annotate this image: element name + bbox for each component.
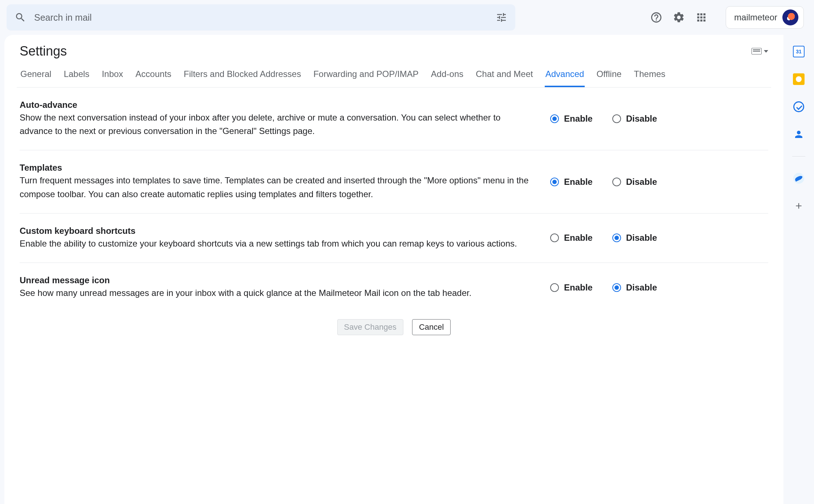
page-title: Settings bbox=[20, 44, 67, 59]
enable-radio[interactable]: Enable bbox=[550, 233, 593, 243]
add-addon-icon[interactable] bbox=[793, 200, 805, 212]
tab-offline[interactable]: Offline bbox=[596, 65, 622, 87]
enable-radio[interactable]: Enable bbox=[550, 283, 593, 293]
radio-label: Enable bbox=[564, 233, 593, 243]
tab-accounts[interactable]: Accounts bbox=[135, 65, 172, 87]
setting-row: TemplatesTurn frequent messages into tem… bbox=[20, 150, 768, 213]
setting-row: Unread message iconSee how many unread m… bbox=[20, 263, 768, 312]
radio-icon bbox=[550, 283, 559, 292]
setting-title: Templates bbox=[20, 163, 536, 173]
settings-panel: Settings GeneralLabelsInboxAccountsFilte… bbox=[4, 35, 783, 504]
radio-icon bbox=[612, 178, 621, 186]
disable-radio[interactable]: Disable bbox=[612, 233, 657, 243]
help-icon[interactable] bbox=[650, 11, 662, 24]
radio-label: Disable bbox=[626, 177, 657, 187]
disable-radio[interactable]: Disable bbox=[612, 114, 657, 124]
side-panel bbox=[783, 35, 814, 504]
setting-title: Auto-advance bbox=[20, 100, 536, 110]
chevron-down-icon bbox=[764, 50, 768, 53]
apps-icon[interactable] bbox=[695, 11, 708, 24]
tab-forwarding-and-pop-imap[interactable]: Forwarding and POP/IMAP bbox=[313, 65, 419, 87]
tab-themes[interactable]: Themes bbox=[633, 65, 666, 87]
tab-chat-and-meet[interactable]: Chat and Meet bbox=[475, 65, 533, 87]
radio-label: Enable bbox=[564, 177, 593, 187]
cancel-button[interactable]: Cancel bbox=[412, 319, 451, 335]
tab-advanced[interactable]: Advanced bbox=[545, 65, 585, 87]
radio-icon bbox=[612, 114, 621, 123]
tab-add-ons[interactable]: Add-ons bbox=[430, 65, 464, 87]
search-input[interactable] bbox=[33, 12, 488, 23]
svg-point-1 bbox=[787, 17, 789, 19]
radio-label: Disable bbox=[626, 283, 657, 293]
settings-tabs: GeneralLabelsInboxAccountsFilters and Bl… bbox=[17, 61, 771, 88]
setting-description: See how many unread messages are in your… bbox=[20, 286, 536, 300]
radio-icon bbox=[612, 233, 621, 242]
search-bar[interactable] bbox=[7, 4, 515, 31]
enable-radio[interactable]: Enable bbox=[550, 114, 593, 124]
tab-labels[interactable]: Labels bbox=[63, 65, 90, 87]
tab-inbox[interactable]: Inbox bbox=[101, 65, 124, 87]
setting-description: Enable the ability to customize your key… bbox=[20, 237, 536, 250]
radio-label: Enable bbox=[564, 114, 593, 124]
keyboard-icon bbox=[751, 48, 762, 54]
keep-icon[interactable] bbox=[793, 73, 805, 85]
calendar-icon[interactable] bbox=[793, 46, 805, 57]
enable-radio[interactable]: Enable bbox=[550, 177, 593, 187]
tab-filters-and-blocked-addresses[interactable]: Filters and Blocked Addresses bbox=[183, 65, 302, 87]
search-options-icon[interactable] bbox=[496, 12, 507, 23]
svg-point-0 bbox=[785, 12, 795, 23]
disable-radio[interactable]: Disable bbox=[612, 283, 657, 293]
radio-icon bbox=[550, 114, 559, 123]
radio-icon bbox=[612, 283, 621, 292]
setting-title: Custom keyboard shortcuts bbox=[20, 226, 536, 236]
brand-logo-icon bbox=[782, 9, 798, 25]
radio-label: Disable bbox=[626, 114, 657, 124]
tasks-icon[interactable] bbox=[793, 101, 805, 113]
gear-icon[interactable] bbox=[673, 11, 685, 24]
radio-label: Enable bbox=[564, 283, 593, 293]
disable-radio[interactable]: Disable bbox=[612, 177, 657, 187]
input-tools-dropdown[interactable] bbox=[751, 48, 768, 54]
setting-description: Turn frequent messages into templates to… bbox=[20, 174, 536, 200]
mailmeteor-icon[interactable] bbox=[793, 172, 805, 184]
search-icon bbox=[15, 12, 26, 23]
save-button: Save Changes bbox=[337, 319, 403, 335]
tab-general[interactable]: General bbox=[20, 65, 52, 87]
radio-label: Disable bbox=[626, 233, 657, 243]
radio-icon bbox=[550, 233, 559, 242]
contacts-icon[interactable] bbox=[793, 129, 805, 140]
brand-name: mailmeteor bbox=[734, 12, 777, 23]
setting-row: Custom keyboard shortcutsEnable the abil… bbox=[20, 214, 768, 263]
setting-title: Unread message icon bbox=[20, 275, 536, 285]
setting-row: Auto-advanceShow the next conversation i… bbox=[20, 88, 768, 150]
setting-description: Show the next conversation instead of yo… bbox=[20, 111, 536, 138]
radio-icon bbox=[550, 178, 559, 186]
account-brand[interactable]: mailmeteor bbox=[726, 6, 804, 29]
